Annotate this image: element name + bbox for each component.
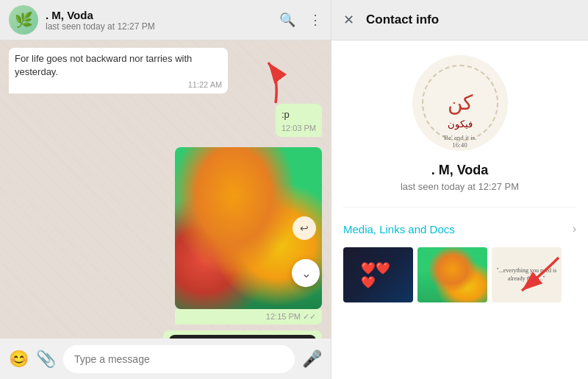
message-bubble-outgoing: :p 12:03 PM — [276, 104, 322, 136]
contact-info-body: كن فيكون 'Be' and it is. 16:40 . M, Voda… — [331, 40, 588, 379]
media-thumbnails: "...everything you need is already there… — [343, 247, 576, 302]
contact-name: . M, Voda — [46, 9, 272, 21]
contact-header-info: . M, Voda last seen today at 12:27 PM — [46, 9, 272, 32]
emoji-button[interactable]: 😊 — [9, 350, 29, 369]
arabic-calligraphy: كن — [448, 91, 473, 116]
contact-info-header: ✕ Contact info — [331, 0, 588, 40]
message-bubble-incoming: For life goes not backward nor tarries w… — [9, 48, 228, 93]
message-input[interactable] — [63, 345, 295, 373]
message-row: For life goes not backward nor tarries w… — [9, 48, 322, 98]
media-thumb-1[interactable] — [343, 247, 413, 302]
chevron-right-icon: › — [573, 222, 576, 235]
menu-icon[interactable]: ⋮ — [309, 12, 322, 28]
forward-button[interactable]: ↩ — [293, 216, 316, 240]
attach-button[interactable]: 📎 — [36, 350, 56, 369]
contact-display-name: . M, Voda — [343, 163, 576, 178]
arabic-verse: 16:40 — [452, 141, 467, 149]
contact-avatar-large[interactable]: كن فيكون 'Be' and it is. 16:40 — [412, 55, 508, 151]
video-bubble — [163, 330, 322, 339]
contact-avatar-wrapper: كن فيكون 'Be' and it is. 16:40 — [343, 55, 576, 151]
search-icon[interactable]: 🔍 — [279, 12, 295, 28]
avatar[interactable]: 🌿 — [9, 5, 38, 35]
thumb-text-content: "...everything you need is already there… — [495, 267, 559, 283]
header-icons: 🔍 ⋮ — [279, 12, 322, 28]
msg-time: 11:22 AM — [15, 80, 222, 89]
msg-text: For life goes not backward nor tarries w… — [15, 52, 222, 79]
image-bubble-wrapper: ↩ 12:15 PM ✓✓ — [175, 147, 322, 325]
scroll-down-button[interactable]: ⌄ — [292, 259, 320, 287]
mic-button[interactable]: 🎤 — [302, 350, 322, 369]
chat-panel: 🌿 . M, Voda last seen today at 12:27 PM … — [0, 0, 331, 379]
msg-text: :p — [282, 108, 316, 121]
message-row: :p 12:03 PM — [9, 104, 322, 141]
video-content — [169, 335, 316, 339]
chat-messages: For life goes not backward nor tarries w… — [0, 40, 331, 339]
msg-time: 12:15 PM ✓✓ — [181, 312, 316, 322]
message-row-image: ↩ 12:15 PM ✓✓ — [9, 147, 322, 325]
chat-header: 🌿 . M, Voda last seen today at 12:27 PM … — [0, 0, 331, 40]
media-thumb-3[interactable]: "...everything you need is already there… — [492, 247, 562, 302]
chat-input-bar: 😊 📎 🎤 — [0, 339, 331, 379]
media-links-docs-row[interactable]: Media, Links and Docs › — [343, 216, 576, 241]
msg-time: 12:03 PM — [282, 124, 316, 132]
contact-panel: ✕ Contact info كن فيكون 'Be' and it is. … — [331, 0, 588, 379]
media-section: Media, Links and Docs › "...everything y… — [343, 207, 576, 302]
arabic-text-2: فيكون — [448, 118, 473, 130]
media-thumb-2[interactable] — [417, 247, 487, 302]
contact-info-title: Contact info — [366, 13, 439, 27]
close-button[interactable]: ✕ — [343, 12, 354, 28]
messages-container: For life goes not backward nor tarries w… — [9, 48, 322, 339]
contact-last-seen: last seen today at 12:27 PM — [343, 181, 576, 192]
media-link-label: Media, Links and Docs — [343, 223, 455, 235]
message-row-video — [9, 330, 322, 339]
contact-status: last seen today at 12:27 PM — [46, 21, 272, 32]
